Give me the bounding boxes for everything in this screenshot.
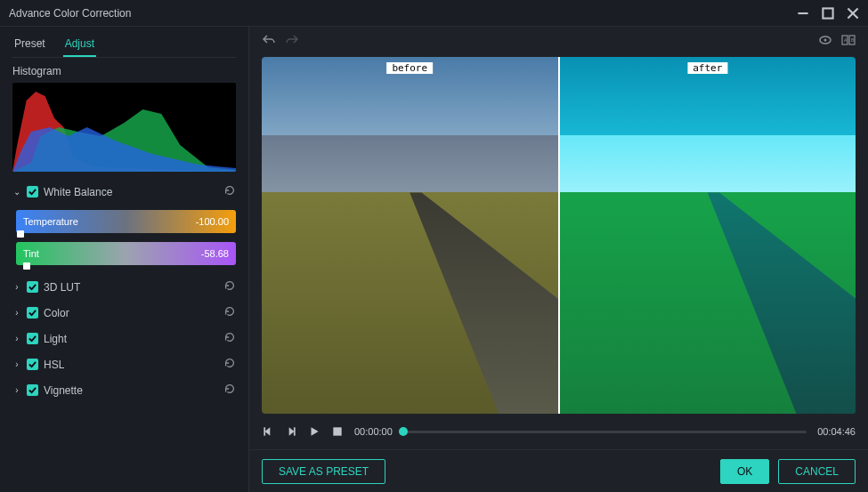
minimize-button[interactable]	[797, 7, 809, 20]
play-button[interactable]	[308, 425, 320, 438]
slider-value: -100.00	[196, 216, 229, 227]
sidebar-tabs: Preset Adjust	[12, 34, 236, 58]
ok-button[interactable]: OK	[720, 459, 769, 484]
undo-button[interactable]	[262, 33, 276, 47]
checkbox-white-balance[interactable]	[27, 186, 38, 198]
preview-panel: before after	[262, 57, 856, 414]
progress-bar[interactable]	[403, 431, 807, 433]
slider-thumb[interactable]	[23, 262, 30, 270]
reset-icon[interactable]	[223, 331, 236, 346]
slider-temperature[interactable]: Temperature -100.00	[16, 210, 236, 233]
group-vignette[interactable]: › Vignette	[12, 377, 236, 403]
reset-icon[interactable]	[223, 383, 236, 398]
checkbox-hsl[interactable]	[27, 359, 38, 370]
section-histogram: Histogram	[12, 65, 236, 77]
slider-label: Tint	[23, 248, 39, 259]
group-label: Vignette	[44, 384, 83, 397]
tab-preset[interactable]: Preset	[12, 34, 47, 57]
checkbox-color[interactable]	[27, 307, 38, 319]
reset-icon[interactable]	[223, 357, 236, 372]
stop-button[interactable]	[331, 425, 344, 438]
next-frame-button[interactable]	[285, 425, 297, 438]
slider-tint[interactable]: Tint -58.68	[16, 242, 236, 265]
checkbox-light[interactable]	[27, 333, 38, 344]
preview-before: before	[262, 57, 558, 414]
chevron-right-icon: ›	[12, 334, 21, 343]
group-label: HSL	[44, 359, 64, 371]
slider-label: Temperature	[23, 216, 78, 227]
toggle-preview-icon[interactable]	[818, 33, 832, 47]
group-label: Color	[44, 307, 69, 319]
slider-value: -58.68	[201, 248, 229, 259]
chevron-down-icon: ⌄	[12, 187, 21, 197]
chevron-right-icon: ›	[12, 359, 21, 369]
svg-point-5	[824, 39, 827, 42]
group-white-balance[interactable]: ⌄ White Balance	[12, 179, 236, 205]
group-label: 3D LUT	[44, 281, 80, 294]
group-label: White Balance	[44, 186, 112, 198]
prev-frame-button[interactable]	[262, 425, 274, 438]
playback-bar: 00:00:00 00:04:46	[249, 414, 868, 449]
maximize-button[interactable]	[822, 7, 834, 20]
sidebar: Preset Adjust Histogram ⌄ White Balance …	[0, 27, 249, 492]
close-button[interactable]	[847, 7, 859, 20]
reset-icon[interactable]	[223, 279, 236, 294]
slider-thumb[interactable]	[17, 230, 24, 238]
svg-rect-10	[264, 427, 265, 435]
content-area: AB before after 00:00:00 00:04:46 SAVE A…	[249, 27, 868, 492]
preview-toolbar: AB	[249, 27, 868, 53]
group-color[interactable]: › Color	[12, 300, 236, 326]
reset-icon[interactable]	[223, 305, 236, 320]
badge-after: after	[687, 62, 727, 74]
svg-rect-11	[294, 427, 296, 435]
chevron-right-icon: ›	[12, 308, 21, 318]
checkbox-3d-lut[interactable]	[27, 281, 38, 293]
reset-icon[interactable]	[223, 184, 236, 199]
time-current: 00:00:00	[354, 426, 393, 437]
window-title: Advance Color Correction	[9, 7, 131, 20]
svg-rect-12	[333, 427, 341, 435]
tab-adjust[interactable]: Adjust	[63, 34, 96, 57]
svg-rect-1	[823, 8, 832, 18]
chevron-right-icon: ›	[12, 282, 21, 292]
footer: SAVE AS PRESET OK CANCEL	[249, 449, 868, 492]
redo-button[interactable]	[285, 33, 299, 47]
chevron-right-icon: ›	[12, 385, 21, 395]
badge-before: before	[386, 62, 433, 74]
progress-thumb[interactable]	[399, 427, 408, 436]
save-as-preset-button[interactable]: SAVE AS PRESET	[262, 459, 385, 484]
titlebar: Advance Color Correction	[0, 0, 868, 27]
time-total: 00:04:46	[817, 426, 856, 437]
histogram-display	[12, 83, 236, 172]
group-hsl[interactable]: › HSL	[12, 351, 236, 377]
preview-after: after	[558, 57, 856, 414]
group-3d-lut[interactable]: › 3D LUT	[12, 274, 236, 300]
group-label: Light	[44, 333, 67, 345]
checkbox-vignette[interactable]	[27, 384, 38, 396]
cancel-button[interactable]: CANCEL	[778, 459, 856, 484]
group-light[interactable]: › Light	[12, 326, 236, 351]
window-buttons	[797, 7, 859, 20]
compare-icon[interactable]: AB	[841, 33, 856, 47]
